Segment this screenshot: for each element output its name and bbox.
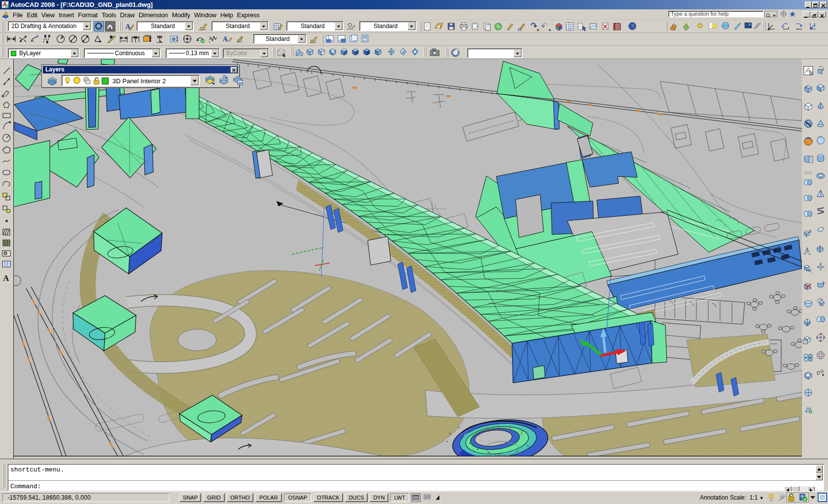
svg-text:⊕1: ⊕1: [172, 36, 178, 42]
svg-text:?: ?: [631, 23, 634, 30]
svg-text:0: 0: [817, 370, 820, 376]
svg-text:A: A: [223, 35, 228, 43]
svg-text:A: A: [3, 273, 9, 283]
